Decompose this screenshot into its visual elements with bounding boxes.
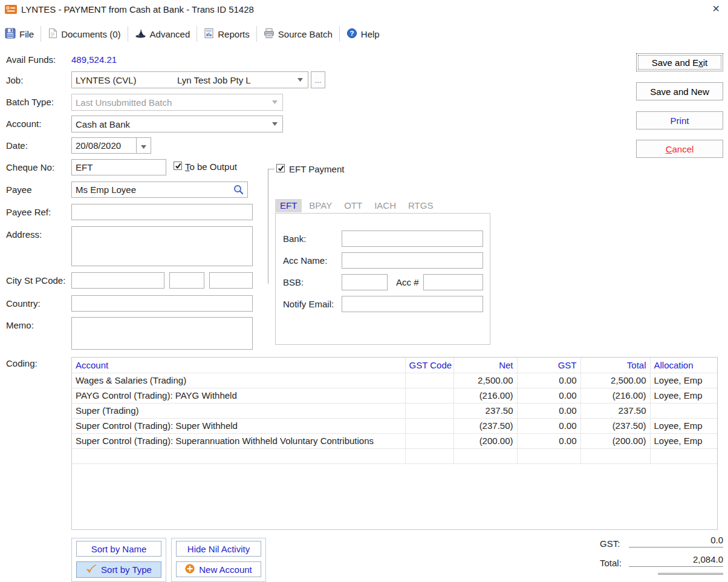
- cell[interactable]: [453, 448, 517, 463]
- cell[interactable]: (216.00): [580, 388, 650, 403]
- tab-bpay[interactable]: BPAY: [304, 199, 337, 212]
- address-input[interactable]: [71, 226, 253, 266]
- cell[interactable]: (237.50): [453, 418, 517, 433]
- account-combobox[interactable]: Cash at Bank: [71, 116, 283, 132]
- save-icon: [5, 28, 16, 41]
- hide-nil-activity-button[interactable]: Hide Nil Activity: [176, 541, 261, 557]
- coding-table: AccountGST CodeNetGSTTotalAllocation Wag…: [71, 357, 718, 530]
- state-input[interactable]: [169, 272, 204, 289]
- cell[interactable]: (200.00): [453, 433, 517, 448]
- cell[interactable]: [405, 433, 453, 448]
- tab-iach[interactable]: IACH: [369, 199, 401, 212]
- column-header-total[interactable]: Total: [580, 358, 650, 373]
- cancel-button[interactable]: Cancel: [636, 140, 723, 158]
- date-dropdown-button[interactable]: [136, 137, 151, 154]
- empty-row[interactable]: [72, 448, 717, 463]
- cell[interactable]: 2,500.00: [580, 373, 650, 388]
- cell[interactable]: Super (Trading): [72, 403, 405, 418]
- bsb-input[interactable]: [342, 274, 388, 290]
- cell[interactable]: Wages & Salaries (Trading): [72, 373, 405, 388]
- bank-input[interactable]: [342, 231, 483, 247]
- cell[interactable]: [405, 448, 453, 463]
- cell[interactable]: [405, 373, 453, 388]
- sort-by-type-button[interactable]: Sort by Type: [76, 561, 161, 578]
- cell[interactable]: [650, 403, 717, 418]
- cell[interactable]: [580, 448, 650, 463]
- job-combobox[interactable]: LYNTES (CVL) Lyn Test Job Pty L: [71, 71, 308, 88]
- cell[interactable]: 0.00: [517, 373, 580, 388]
- payee-ref-input[interactable]: [71, 204, 253, 220]
- close-button[interactable]: ✕: [712, 4, 720, 15]
- chevron-down-icon: [141, 140, 146, 151]
- new-account-button[interactable]: New Account: [176, 561, 261, 577]
- memo-input[interactable]: [71, 317, 253, 350]
- print-button[interactable]: Print: [636, 111, 723, 129]
- cell[interactable]: [405, 403, 453, 418]
- documents-button[interactable]: Documents (0): [41, 25, 127, 43]
- cell[interactable]: Super Control (Trading): Super Withheld: [72, 418, 405, 433]
- city-input[interactable]: [71, 272, 164, 289]
- payee-input[interactable]: [71, 181, 248, 198]
- cell[interactable]: 237.50: [453, 403, 517, 418]
- cell[interactable]: [405, 388, 453, 403]
- payee-search-icon[interactable]: [233, 184, 244, 197]
- column-header-allocation[interactable]: Allocation: [650, 358, 717, 373]
- cell[interactable]: PAYG Control (Trading): PAYG Withheld: [72, 388, 405, 403]
- to-be-output-checkbox[interactable]: [174, 162, 182, 170]
- cell[interactable]: [405, 418, 453, 433]
- source-batch-button[interactable]: Source Batch: [257, 25, 339, 43]
- cell[interactable]: (216.00): [453, 388, 517, 403]
- cell[interactable]: (200.00): [580, 433, 650, 448]
- batch-type-label: Batch Type:: [6, 97, 54, 107]
- column-header-gst-code[interactable]: GST Code: [405, 358, 453, 373]
- tab-ott[interactable]: OTT: [339, 199, 367, 212]
- cell[interactable]: (237.50): [580, 418, 650, 433]
- pcode-input[interactable]: [209, 272, 253, 289]
- acc-name-input[interactable]: [342, 252, 483, 269]
- help-button[interactable]: ? Help: [340, 25, 386, 43]
- eft-payment-label[interactable]: EFT Payment: [289, 164, 344, 174]
- advanced-button[interactable]: Advanced: [128, 25, 197, 43]
- job-browse-button[interactable]: ...: [311, 71, 325, 88]
- cell[interactable]: Loyee, Emp: [650, 373, 717, 388]
- plus-circle-icon: [185, 564, 195, 575]
- reports-button[interactable]: Reports: [197, 25, 256, 43]
- chevron-down-icon: [272, 100, 279, 104]
- acc-num-input[interactable]: [423, 274, 483, 290]
- cell[interactable]: [650, 448, 717, 463]
- column-header-gst[interactable]: GST: [517, 358, 580, 373]
- column-header-account[interactable]: Account: [72, 358, 405, 373]
- sort-buttons-box: Sort by Name Sort by Type: [71, 538, 166, 582]
- cell[interactable]: 0.00: [517, 388, 580, 403]
- table-row[interactable]: Super Control (Trading): Superannuation …: [72, 433, 717, 448]
- table-row[interactable]: Super (Trading)237.500.00237.50: [72, 403, 717, 418]
- country-input[interactable]: [71, 295, 253, 312]
- chevron-down-icon: [272, 122, 279, 126]
- cell[interactable]: Loyee, Emp: [650, 388, 717, 403]
- cell[interactable]: [72, 448, 405, 463]
- cheque-no-input[interactable]: [71, 159, 166, 175]
- cell[interactable]: 0.00: [517, 403, 580, 418]
- save-and-exit-button[interactable]: Save and Exit: [636, 53, 723, 71]
- to-be-output-label[interactable]: To be Output: [185, 162, 237, 172]
- date-input[interactable]: [71, 137, 137, 154]
- cell[interactable]: 237.50: [580, 403, 650, 418]
- cell[interactable]: [517, 448, 580, 463]
- cell[interactable]: 0.00: [517, 418, 580, 433]
- eft-payment-checkbox[interactable]: [276, 164, 285, 172]
- tab-rtgs[interactable]: RTGS: [403, 199, 438, 212]
- cell[interactable]: Super Control (Trading): Superannuation …: [72, 433, 405, 448]
- tab-eft[interactable]: EFT: [275, 199, 302, 212]
- cell[interactable]: Loyee, Emp: [650, 418, 717, 433]
- file-button[interactable]: File: [5, 25, 41, 43]
- sort-by-name-button[interactable]: Sort by Name: [76, 541, 161, 557]
- cell[interactable]: 2,500.00: [453, 373, 517, 388]
- table-row[interactable]: Wages & Salaries (Trading)2,500.000.002,…: [72, 373, 717, 388]
- notify-email-input[interactable]: [342, 296, 483, 312]
- table-row[interactable]: Super Control (Trading): Super Withheld(…: [72, 418, 717, 433]
- cell[interactable]: 0.00: [517, 433, 580, 448]
- table-row[interactable]: PAYG Control (Trading): PAYG Withheld(21…: [72, 388, 717, 403]
- cell[interactable]: Loyee, Emp: [650, 433, 717, 448]
- column-header-net[interactable]: Net: [453, 358, 517, 373]
- save-and-new-button[interactable]: Save and New: [636, 82, 723, 100]
